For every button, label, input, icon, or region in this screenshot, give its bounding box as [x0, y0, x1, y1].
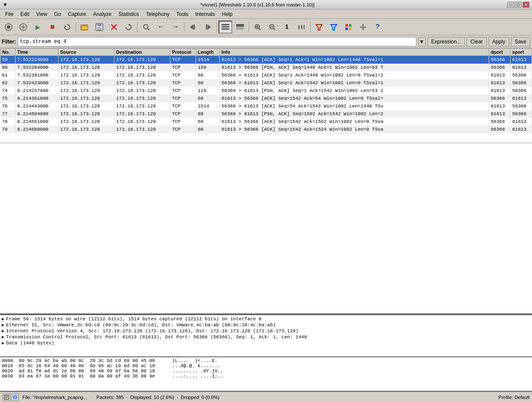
packet-list-view-button[interactable] — [218, 21, 232, 34]
svg-rect-24 — [236, 28, 244, 29]
detail-row[interactable]: ▶Ethernet II, Src: Vmware_3c:bd:cd (00:0… — [0, 322, 532, 328]
maximize-button[interactable]: □ — [515, 2, 522, 8]
header-protocol[interactable]: Protocol — [170, 49, 196, 56]
menu-item-capture[interactable]: Capture — [65, 10, 90, 18]
packet-list[interactable]: No. Time Source Destination Protocol Len… — [0, 48, 532, 143]
cell-length: 66 — [196, 95, 220, 102]
header-time[interactable]: Time — [15, 49, 58, 56]
cell-no: 74 — [0, 87, 15, 95]
zoom-reset-button[interactable]: 1 — [280, 21, 294, 34]
filter-dropdown-button[interactable]: ▼ — [418, 37, 426, 46]
detail-row[interactable]: ▶Frame 59: 1514 bytes on wire (12112 bit… — [0, 316, 532, 322]
cell-source: 172.16.173.128 — [58, 126, 114, 133]
table-row[interactable]: 627.532423000172.16.173.129172.16.173.12… — [0, 79, 532, 87]
detail-text: Ethernet II, Src: Vmware_3c:bd:cd (00:0c… — [6, 322, 276, 328]
detail-text: Frame 59: 1514 bytes on wire (12112 bits… — [6, 316, 261, 322]
cell-length: 66 — [196, 79, 220, 87]
hex-dump[interactable]: 0000 00 0c 29 4c ba ab 00 0c 29 3c bd cd… — [0, 357, 532, 392]
detail-row[interactable]: ▶Internet Protocol Version 4, Src: 172.1… — [0, 328, 532, 334]
table-row[interactable]: 758.214361000172.16.173.128172.16.173.12… — [0, 95, 532, 102]
next-button[interactable]: → — [169, 21, 182, 34]
expression-button[interactable]: Expression... — [427, 37, 465, 46]
cell-protocol: TCP — [170, 87, 196, 95]
svg-rect-20 — [221, 24, 229, 25]
svg-line-32 — [274, 28, 275, 30]
status-icon-1[interactable] — [3, 393, 10, 401]
svg-rect-21 — [221, 26, 229, 28]
cell-no: 78 — [0, 118, 15, 126]
minimize-button[interactable]: − — [507, 2, 514, 8]
start-capture-button[interactable]: ▶ — [31, 21, 45, 34]
filter-input[interactable] — [18, 37, 416, 46]
preferences-button[interactable] — [356, 21, 370, 34]
display-filter-button[interactable] — [327, 21, 341, 34]
cell-no: 60 — [0, 64, 15, 71]
window-title: *vmnet1 [Wireshark 1.10.6 (v1.10.6 from … — [200, 2, 314, 7]
zoom-in-button[interactable] — [251, 21, 264, 34]
help-button[interactable]: ? — [371, 21, 384, 34]
cell-sport: 61613 — [510, 56, 532, 64]
header-dport[interactable]: dport — [489, 49, 510, 56]
status-icon-2[interactable]: i — [11, 393, 19, 401]
menu-item-tools[interactable]: Tools — [173, 10, 192, 18]
restart-capture-button[interactable] — [60, 21, 74, 34]
menu-item-statistics[interactable]: Statistics — [115, 10, 142, 18]
reload-button[interactable] — [122, 21, 135, 34]
header-length[interactable]: Length — [196, 49, 220, 56]
packet-details[interactable]: ▶Frame 59: 1514 bytes on wire (12112 bit… — [0, 314, 532, 357]
zoom-out-button[interactable] — [265, 21, 279, 34]
menu-item-telephony[interactable]: Telephony — [142, 10, 173, 18]
cell-info: 56366 > 61613 [ACK] Seq=54 Ack=1542 Win=… — [220, 102, 489, 110]
open-file-button[interactable] — [78, 21, 92, 34]
cell-sport: 56366 — [510, 71, 532, 79]
hex-row: 0030 03 ea 87 3a 00 00 01 01 08 0a 00 af… — [2, 374, 530, 379]
menu-item-view[interactable]: View — [33, 10, 51, 18]
cell-no: 75 — [0, 95, 15, 102]
menu-item-help[interactable]: Help — [218, 10, 236, 18]
color-rules-button[interactable] — [341, 21, 355, 34]
toolbar-sep-4 — [216, 22, 217, 32]
title-bar-center: *vmnet1 [Wireshark 1.10.6 (v1.10.6 from … — [8, 2, 507, 7]
close-file-button[interactable] — [107, 21, 121, 34]
table-row[interactable]: 748.214237000172.16.173.129172.16.173.12… — [0, 87, 532, 95]
cell-dport: 61613 — [489, 102, 510, 110]
table-row[interactable]: 768.214443000172.16.173.128172.16.173.12… — [0, 102, 532, 110]
goto-first-button[interactable] — [186, 21, 200, 34]
capture-filter-button[interactable] — [312, 21, 326, 34]
header-info[interactable]: Info — [220, 49, 489, 56]
cell-source: 172.16.173.129 — [58, 79, 114, 87]
save-file-button[interactable] — [92, 21, 106, 34]
options-button[interactable] — [16, 21, 30, 34]
menu-item-go[interactable]: Go — [51, 10, 65, 18]
table-row[interactable]: 778.214504000172.16.173.128172.16.173.12… — [0, 110, 532, 118]
cell-source: 172.16.173.129 — [58, 87, 114, 95]
detail-row[interactable]: ▶Transmission Control Protocol, Src Port… — [0, 334, 532, 340]
header-sport[interactable]: sport — [510, 49, 532, 56]
cell-time: 8.214588000 — [15, 126, 58, 133]
table-row[interactable]: 788.214561000172.16.173.128172.16.173.12… — [0, 118, 532, 126]
table-row[interactable]: 798.214588000172.16.173.128172.16.173.12… — [0, 126, 532, 133]
detail-row[interactable]: ▶Data (1448 bytes) — [0, 340, 532, 346]
menu-item-analyze[interactable]: Analyze — [90, 10, 115, 18]
header-no[interactable]: No. — [0, 49, 15, 56]
stop-capture-button[interactable]: ■ — [46, 21, 59, 34]
prev-button[interactable]: ← — [154, 21, 168, 34]
resize-columns-button[interactable] — [295, 21, 308, 34]
close-button[interactable]: ✕ — [523, 2, 529, 8]
header-source[interactable]: Source — [58, 49, 114, 56]
table-row[interactable]: 597.532224000172.16.173.128172.16.173.12… — [0, 56, 532, 64]
clear-button[interactable]: Clear — [467, 37, 487, 46]
table-row[interactable]: 617.532391000172.16.173.129172.16.173.12… — [0, 71, 532, 79]
cell-source: 172.16.173.129 — [58, 71, 114, 79]
save-button[interactable]: Save — [511, 37, 530, 46]
header-destination[interactable]: Destination — [114, 49, 170, 56]
goto-last-button[interactable] — [201, 21, 215, 34]
menu-item-edit[interactable]: Edit — [17, 10, 33, 18]
find-button[interactable] — [139, 21, 153, 34]
table-row[interactable]: 607.532284000172.16.173.128172.16.173.12… — [0, 64, 532, 71]
menu-item-file[interactable]: File — [2, 10, 17, 18]
apply-button[interactable]: Apply — [489, 37, 509, 46]
packet-detail-view-button[interactable] — [233, 21, 247, 34]
menu-item-internals[interactable]: Internals — [192, 10, 218, 18]
interface-list-button[interactable] — [2, 21, 15, 34]
